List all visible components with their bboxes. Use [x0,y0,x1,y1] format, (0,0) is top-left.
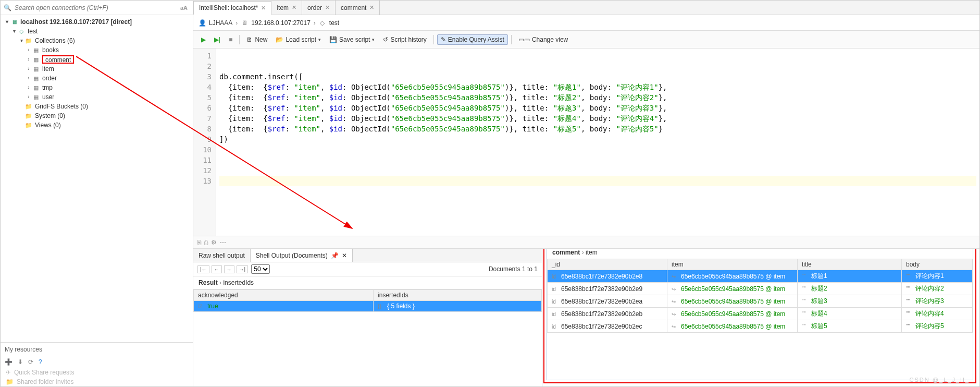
close-icon[interactable]: ✕ [369,4,374,11]
run-selection-button[interactable]: ▶| [210,34,224,45]
tree-collection-comment[interactable]: ›▦comment [1,55,193,64]
table-row[interactable]: id65e838bc1f72e7382e90b2ec↪65e6cb5e055c9… [548,320,973,333]
script-history-button[interactable]: ↺Script history [379,34,430,45]
string-icon: "" [906,298,913,304]
breadcrumb-host: 192.168.0.107:27017 [251,19,310,27]
tree-collection-item[interactable]: ›▦item [1,64,193,74]
collection-icon: ▦ [32,83,40,92]
close-icon[interactable]: ✕ [261,5,266,11]
tree-label: comment [45,56,71,64]
tree-gridfs[interactable]: 📁GridFS Buckets (0) [1,102,193,111]
table-row[interactable]: ☑true{}{ 5 fields } [194,301,542,312]
id-icon: id [552,324,559,330]
first-page-button[interactable]: |← [197,265,209,273]
sidebar: 🔍 aA ▾🖥localhost 192.168.0.107:27017 [di… [1,1,193,386]
tab-raw-output[interactable]: Raw shell output [193,249,251,262]
table-row[interactable]: id65e838bc1f72e7382e90b2e8↪65e6cb5e055c9… [548,270,973,283]
stop-button[interactable]: ■ [225,34,236,45]
pin-icon[interactable]: 📌 [331,252,339,259]
tree-database[interactable]: ▾◇test [1,27,193,36]
table-row[interactable]: id65e838bc1f72e7382e90b2eb↪65e6cb5e055c9… [548,308,973,320]
run-button[interactable]: ▶ [197,34,209,45]
tree-collection-tmp[interactable]: ›▦tmp [1,83,193,92]
save-script-button[interactable]: 💾Save script▾ [326,34,378,45]
code-area[interactable]: db.comment.insert([ {item: {$ref: "item"… [216,49,979,236]
status-icon[interactable]: ⎘ [197,239,201,246]
status-icon[interactable]: ⋯ [220,239,226,246]
annotation-box: Documents 1 to 5 ▭ ▤ ≡ ✎ ▌ ▌ comment › i… [543,249,976,383]
tree-collections[interactable]: ▾📁Collections (6) [1,36,193,45]
string-icon: "" [802,323,809,329]
last-page-button[interactable]: →| [237,265,249,273]
result-breadcrumb: Result › insertedIds [193,276,542,289]
col-header[interactable]: item [667,259,798,270]
tree-label: localhost 192.168.0.107:27017 [direct] [20,17,132,27]
table-header-row: _id item title body [548,259,973,270]
tree-label: Collections (6) [35,36,75,45]
close-icon[interactable]: ✕ [292,4,296,11]
code-editor[interactable]: 12345678910111213 db.comment.insert([ {i… [193,49,979,236]
pager-text: Documents 1 to 1 [489,265,538,273]
table-row[interactable]: id65e838bc1f72e7382e90b2ea↪65e6cb5e055c9… [548,295,973,308]
next-page-button[interactable]: → [224,265,234,273]
close-icon[interactable]: ✕ [342,252,347,259]
collection-icon: ▦ [32,55,40,64]
documents-view: Documents 1 to 5 ▭ ▤ ≡ ✎ ▌ ▌ comment › i… [547,249,973,380]
change-view-button[interactable]: ▭▭Change view [515,34,572,45]
new-button[interactable]: 🗎New [243,34,271,45]
tab[interactable]: order✕ [302,1,336,15]
tab[interactable]: IntelliShell: localhost*✕ [193,1,271,15]
wand-icon: ✎ [441,36,446,43]
tree-label: System (0) [35,111,65,120]
tree-collection-order[interactable]: ›▦order [1,74,193,83]
enable-query-assist-button[interactable]: ✎Enable Query Assist [437,34,508,45]
tree-collection-books[interactable]: ›▦books [1,45,193,55]
ref-icon: ↪ [672,274,679,280]
close-icon[interactable]: ✕ [325,4,330,11]
detail-breadcrumb: comment › item [547,249,973,259]
import-resource-icon[interactable]: ⬇ [18,358,23,366]
tree-system[interactable]: 📁System (0) [1,111,193,120]
tree-views[interactable]: 📁Views (0) [1,120,193,130]
database-icon: ◇ [319,19,326,27]
help-icon[interactable]: ? [39,358,42,366]
case-toggle[interactable]: aA [178,5,190,11]
col-header[interactable]: title [798,259,902,270]
output-panel: Raw shell output Shell Output (Documents… [193,249,979,386]
collection-icon: ▦ [32,45,40,55]
string-icon: "" [802,311,809,317]
tab-label: IntelliShell: localhost* [199,4,258,11]
add-resource-icon[interactable]: ➕ [5,358,13,366]
status-icon[interactable]: ⚙ [211,239,217,246]
documents-table[interactable]: _id item title body id65e838bc1f72e7382e… [547,259,973,333]
prev-page-button[interactable]: ← [212,265,222,273]
connection-tree[interactable]: ▾🖥localhost 192.168.0.107:27017 [direct]… [1,15,193,342]
tab-label: order [307,4,322,11]
tab[interactable]: item✕ [271,1,302,15]
chevron-down-icon: ▾ [372,37,375,42]
ref-icon: ↪ [672,299,679,305]
tree-label: GridFS Buckets (0) [35,102,88,111]
status-icon[interactable]: ⎙ [204,239,208,246]
my-resources-header: My resources [1,342,193,356]
detail-panel: Documents 1 to 5 ▭ ▤ ≡ ✎ ▌ ▌ comment › i… [542,249,979,386]
id-icon: id [552,274,559,280]
tree-connection[interactable]: ▾🖥localhost 192.168.0.107:27017 [direct] [1,17,193,27]
tab-shell-output-docs[interactable]: Shell Output (Documents)📌✕ [251,249,353,262]
editor-toolbar: ▶ ▶| ■ 🗎New 📂Load script▾ 💾Save script▾ … [193,31,979,49]
tree-label: order [42,74,57,83]
table-row[interactable]: id65e838bc1f72e7382e90b2e9↪65e6cb5e055c9… [548,283,973,295]
string-icon: "" [906,311,913,317]
col-header[interactable]: body [902,259,973,270]
tree-label: books [42,45,59,55]
search-input[interactable] [15,4,178,11]
load-script-button[interactable]: 📂Load script▾ [272,34,325,45]
tree-label: test [28,27,38,36]
refresh-icon[interactable]: ⟳ [28,358,33,366]
page-size-select[interactable]: 50 [251,264,270,274]
editor-status-bar: ⎘ ⎙ ⚙ ⋯ [193,236,979,249]
ref-icon: ↪ [672,311,679,317]
tree-collection-user[interactable]: ›▦user [1,92,193,102]
col-header[interactable]: _id [548,259,667,270]
tab[interactable]: comment✕ [336,1,380,15]
